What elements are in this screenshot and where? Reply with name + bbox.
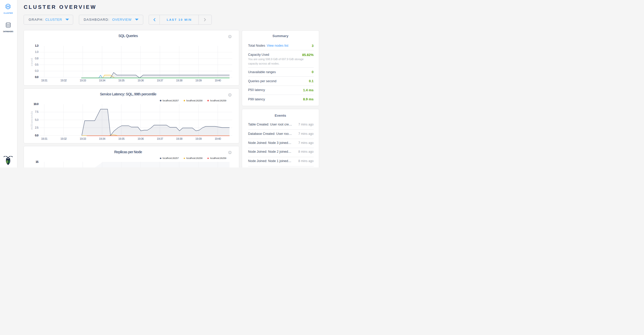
svg-text:milliseconds: milliseconds	[30, 111, 33, 129]
svg-text:19:36: 19:36	[137, 137, 144, 140]
svg-text:10.0: 10.0	[33, 102, 38, 106]
svg-text:19:37: 19:37	[157, 137, 163, 140]
svg-text:19:38: 19:38	[176, 79, 182, 82]
svg-text:19:31: 19:31	[41, 137, 47, 140]
svg-text:0.0: 0.0	[35, 134, 38, 137]
svg-text:19:40: 19:40	[215, 79, 221, 82]
svg-text:19:33: 19:33	[80, 137, 86, 140]
svg-text:5.0: 5.0	[35, 118, 38, 121]
svg-text:count: count	[30, 58, 33, 66]
svg-text:0.5: 0.5	[35, 63, 38, 66]
svg-text:19:32: 19:32	[60, 79, 67, 82]
svg-text:19:31: 19:31	[41, 79, 47, 82]
svg-text:7.5: 7.5	[35, 110, 38, 113]
svg-text:19:39: 19:39	[195, 137, 202, 140]
svg-text:0.0: 0.0	[35, 75, 38, 79]
svg-text:19:34: 19:34	[99, 79, 105, 82]
svg-text:15: 15	[35, 160, 38, 163]
svg-text:2.5: 2.5	[35, 126, 38, 129]
svg-text:19:35: 19:35	[118, 79, 125, 82]
svg-text:19:40: 19:40	[215, 137, 221, 140]
svg-text:0.3: 0.3	[35, 69, 38, 72]
svg-text:1.3: 1.3	[35, 44, 38, 47]
svg-text:0.8: 0.8	[35, 57, 38, 60]
svg-text:19:33: 19:33	[80, 79, 86, 82]
svg-text:1.0: 1.0	[35, 50, 38, 53]
svg-text:19:32: 19:32	[60, 137, 67, 140]
svg-text:19:37: 19:37	[157, 79, 163, 82]
svg-text:19:35: 19:35	[118, 137, 125, 140]
svg-text:19:38: 19:38	[176, 137, 182, 140]
svg-text:19:36: 19:36	[137, 79, 144, 82]
svg-text:19:34: 19:34	[99, 137, 105, 140]
svg-text:19:39: 19:39	[195, 79, 202, 82]
